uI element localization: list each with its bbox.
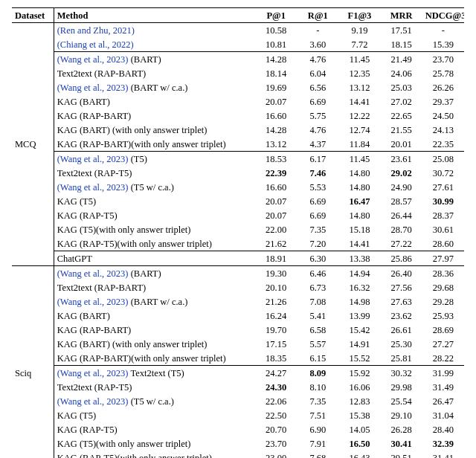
table-row: (Chiang et al., 2022)10.813.607.7218.151… [12,37,464,52]
method-text: KAG (BART) [57,311,110,321]
method-suffix: Text2text (T5) [129,368,184,378]
metric-ndcg: 28.60 [422,236,464,251]
col-dataset: Dataset [12,8,54,23]
metric-f1: 16.43 [338,451,380,458]
method-text: KAG (BART) (with only answer triplet) [57,339,208,349]
table-row: KAG (T5)20.076.6916.4728.5730.99 [12,194,464,208]
metric-f1: 11.84 [338,137,380,152]
metric-r1: 7.46 [297,166,338,180]
table-row: (Wang et al., 2023) (T5)18.536.1711.4523… [12,152,464,167]
table-row: KAG (T5)(with only answer triplet)22.007… [12,222,464,236]
metric-f1: 15.52 [338,351,380,366]
metric-p1: 14.28 [255,123,297,137]
metric-f1: 11.45 [338,52,380,67]
metric-mrr: 30.41 [381,436,422,451]
method-text: Text2text (RAP-BART) [57,68,147,79]
table-row: KAG (BART) (with only answer triplet)14.… [12,123,464,137]
metric-p1: 22.00 [255,222,297,236]
method-cell: (Wang et al., 2023) (BART) [54,52,255,67]
metric-mrr: 17.51 [381,23,422,38]
table-row: KAG (RAP-T5)(with only answer triplet)21… [12,236,464,251]
metric-p1: 20.70 [255,422,297,436]
dataset-label: MCQ [12,23,54,266]
metric-p1: 22.39 [255,166,297,180]
metric-f1: 14.80 [338,208,380,222]
metric-ndcg: 28.37 [422,208,464,222]
metric-ndcg: 30.99 [422,194,464,208]
table-row: Text2text (RAP-BART)18.146.0412.3524.062… [12,66,464,80]
metric-r1: 7.91 [297,436,338,451]
metric-f1: 11.45 [338,152,380,167]
results-table: Dataset Method P@1 R@1 F1@3 MRR NDCG@3 M… [12,7,464,458]
method-cell: KAG (T5)(with only answer triplet) [54,222,255,236]
metric-r1: 4.37 [297,137,338,152]
citation-link[interactable]: (Wang et al., 2023) [57,154,129,164]
method-suffix: (BART w/ c.a.) [129,297,188,307]
metric-f1: 12.83 [338,394,380,408]
metric-mrr: 25.86 [381,251,422,266]
metric-ndcg: 31.99 [422,366,464,381]
metric-f1: 14.80 [338,180,380,194]
citation-link[interactable]: (Wang et al., 2023) [57,396,129,407]
metric-r1: 6.56 [297,80,338,94]
table-row: MCQ(Ren and Zhu, 2021)10.58-9.1917.51- [12,23,464,38]
metric-p1: 14.28 [255,52,297,67]
metric-r1: 6.69 [297,194,338,208]
method-cell: KAG (RAP-T5)(with only answer triplet) [54,451,255,458]
metric-ndcg: 23.70 [422,52,464,67]
metric-mrr: 26.61 [381,323,422,337]
metric-r1: - [297,23,338,38]
metric-f1: 14.05 [338,422,380,436]
table-row: Text2text (RAP-BART)20.106.7316.3227.562… [12,280,464,294]
citation-link[interactable]: (Wang et al., 2023) [57,368,129,378]
table-header-row: Dataset Method P@1 R@1 F1@3 MRR NDCG@3 [12,8,464,23]
metric-ndcg: 26.26 [422,80,464,94]
citation-link[interactable]: (Wang et al., 2023) [57,83,129,93]
citation-link[interactable]: (Chiang et al., 2022) [57,39,134,50]
citation-link[interactable]: (Wang et al., 2023) [57,54,129,65]
metric-f1: 14.98 [338,294,380,309]
metric-f1: 16.06 [338,380,380,394]
metric-mrr: 29.51 [381,451,422,458]
metric-ndcg: 27.27 [422,337,464,351]
method-suffix: (BART w/ c.a.) [129,83,188,93]
metric-mrr: 28.70 [381,222,422,236]
metric-r1: 6.69 [297,208,338,222]
table-row: KAG (RAP-BART)19.706.5815.4226.6128.69 [12,323,464,337]
method-suffix: (T5) [129,154,147,164]
citation-link[interactable]: (Wang et al., 2023) [57,182,129,193]
table-row: KAG (RAP-BART)16.605.7512.2222.6524.50 [12,109,464,123]
citation-link[interactable]: (Wang et al., 2023) [57,297,129,307]
metric-f1: 14.80 [338,166,380,180]
metric-mrr: 18.15 [381,37,422,52]
method-cell: (Wang et al., 2023) Text2text (T5) [54,366,255,381]
metric-mrr: 27.02 [381,94,422,109]
metric-ndcg: 31.41 [422,451,464,458]
metric-f1: 14.41 [338,236,380,251]
table-row: KAG (RAP-T5)20.076.6914.8026.4428.37 [12,208,464,222]
table-row: KAG (BART)16.245.4113.9923.6225.93 [12,309,464,323]
metric-p1: 21.26 [255,294,297,309]
metric-p1: 20.07 [255,94,297,109]
table-row: KAG (RAP-T5)20.706.9014.0526.2828.40 [12,422,464,436]
method-cell: KAG (T5) [54,194,255,208]
citation-link[interactable]: (Ren and Zhu, 2021) [57,25,135,36]
metric-ndcg: 15.39 [422,37,464,52]
method-text: KAG (T5)(with only answer triplet) [57,439,191,449]
metric-r1: 4.76 [297,52,338,67]
metric-ndcg: 26.47 [422,394,464,408]
metric-p1: 22.06 [255,394,297,408]
metric-ndcg: 28.69 [422,323,464,337]
metric-r1: 6.58 [297,323,338,337]
col-f1: F1@3 [338,8,380,23]
method-cell: KAG (RAP-BART)(with only answer triplet) [54,137,255,152]
metric-p1: 18.91 [255,251,297,266]
method-text: KAG (RAP-T5)(with only answer triplet) [57,453,212,459]
citation-link[interactable]: (Wang et al., 2023) [57,268,129,279]
metric-p1: 10.58 [255,23,297,38]
metric-mrr: 30.32 [381,366,422,381]
metric-r1: 4.76 [297,123,338,137]
table-row: (Wang et al., 2023) (T5 w/ c.a.)22.067.3… [12,394,464,408]
metric-p1: 22.50 [255,408,297,422]
method-cell: (Wang et al., 2023) (T5 w/ c.a.) [54,180,255,194]
